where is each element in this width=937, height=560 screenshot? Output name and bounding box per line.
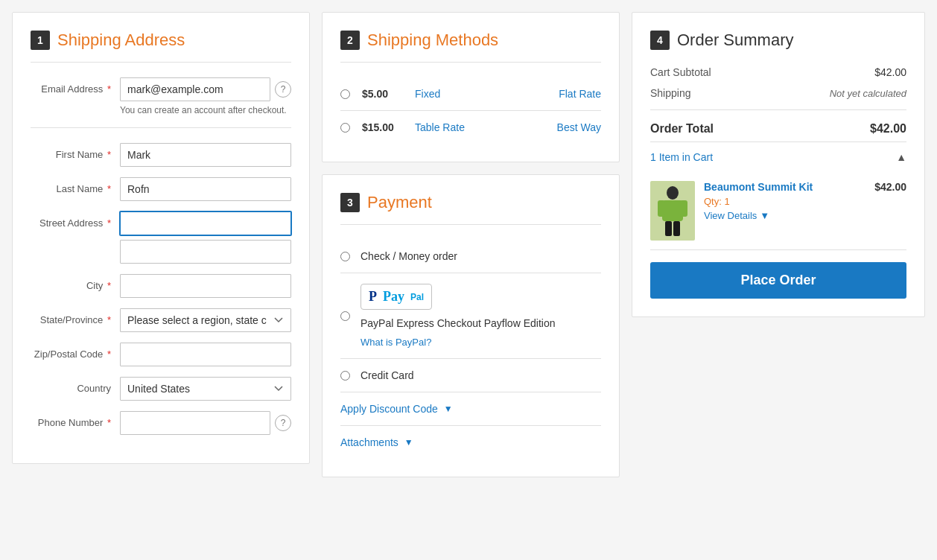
section-title-payment: Payment (367, 193, 432, 212)
payment-radio-check[interactable] (340, 252, 350, 261)
shipping-type-flat: Fixed (415, 88, 547, 100)
section-number-1: 1 (31, 31, 50, 50)
lastname-group: Last Name * (31, 177, 291, 201)
shipping-name-best: Best Way (557, 121, 601, 133)
svg-rect-5 (665, 221, 672, 236)
payment-divider (340, 224, 601, 225)
lastname-field-wrap (120, 177, 291, 201)
order-total-label: Order Total (650, 122, 714, 136)
shipping-methods-header: 2 Shipping Methods (340, 31, 601, 50)
shipping-price-best: $15.00 (362, 121, 403, 133)
paypal-icon-p2: Pay (383, 289, 404, 305)
state-group: State/Province * Please select a region,… (31, 308, 291, 332)
shipping-summary-label: Shipping (650, 87, 691, 99)
cart-subtotal-row: Cart Subtotal $42.00 (650, 62, 906, 83)
shipping-price-flat: $5.00 (362, 88, 403, 100)
email-label: Email Address * (31, 77, 120, 95)
payment-section: 3 Payment Check / Money order P Pay (322, 174, 620, 477)
lastname-input[interactable] (120, 177, 291, 201)
payment-label-credit: Credit Card (360, 369, 414, 381)
country-label: Country (31, 377, 120, 394)
paypal-icon-pal: Pal (410, 292, 424, 302)
city-field-wrap (120, 274, 291, 298)
street-input-2[interactable] (120, 240, 291, 264)
email-help-icon[interactable]: ? (275, 81, 291, 98)
section-title-order-summary: Order Summary (677, 31, 793, 50)
shipping-methods-divider (340, 62, 601, 63)
zip-input[interactable] (120, 343, 291, 366)
svg-rect-3 (658, 200, 665, 217)
svg-point-1 (667, 186, 679, 200)
shipping-option-best: $15.00 Table Rate Best Way (340, 111, 601, 144)
attachments-label: Attachments (340, 436, 398, 448)
email-required: * (107, 83, 111, 95)
payment-radio-credit[interactable] (340, 371, 350, 381)
zip-group: Zip/Postal Code * (31, 343, 291, 366)
phone-label: Phone Number * (31, 411, 120, 428)
state-label: State/Province * (31, 308, 120, 325)
street-label: Street Address * (31, 211, 120, 229)
item-image (650, 181, 695, 241)
place-order-button[interactable]: Place Order (650, 262, 906, 299)
payment-option-credit: Credit Card (340, 359, 601, 392)
state-field-wrap: Please select a region, state c Alabama … (120, 308, 291, 332)
street-group: Street Address * (31, 211, 291, 264)
order-total-value: $42.00 (870, 122, 906, 136)
street-field-wrap (120, 211, 291, 264)
firstname-label: First Name * (31, 143, 120, 160)
what-paypal-link[interactable]: What is PayPal? (360, 337, 431, 348)
payment-header: 3 Payment (340, 193, 601, 212)
firstname-field-wrap (120, 143, 291, 167)
view-details-toggle[interactable]: View Details ▼ (704, 210, 906, 221)
attachments-row[interactable]: Attachments ▼ (340, 426, 601, 459)
paypal-desc: PayPal Express Checkout Payflow Edition (360, 317, 555, 329)
city-label: City * (31, 274, 120, 291)
street-input-1[interactable] (120, 211, 291, 235)
svg-rect-6 (673, 221, 680, 236)
section-number-4: 4 (650, 31, 670, 50)
svg-rect-2 (662, 200, 683, 221)
firstname-input[interactable] (120, 143, 291, 167)
country-group: Country United States Canada United King… (31, 377, 291, 401)
item-price: $42.00 (874, 181, 906, 196)
shipping-name-flat: Flat Rate (559, 88, 601, 100)
svg-rect-4 (680, 200, 687, 217)
order-summary-header: 4 Order Summary (650, 31, 906, 50)
shipping-row: Shipping Not yet calculated (650, 83, 906, 104)
payment-option-paypal: P Pay Pal PayPal Express Checkout Payflo… (340, 273, 601, 359)
discount-row[interactable]: Apply Discount Code ▼ (340, 392, 601, 426)
cart-subtotal-label: Cart Subtotal (650, 66, 711, 78)
item-product-image (652, 182, 693, 239)
shipping-type-best: Table Rate (415, 121, 545, 133)
order-summary-section: 4 Order Summary Cart Subtotal $42.00 Shi… (632, 12, 925, 317)
item-name: Beaumont Summit Kit (704, 181, 813, 193)
view-details-chevron-icon: ▼ (760, 210, 769, 221)
email-field-wrap: ? You can create an account after checko… (120, 77, 291, 117)
form-divider (31, 127, 291, 128)
city-input[interactable] (120, 274, 291, 298)
section-title-shipping: Shipping Address (57, 31, 185, 50)
item-row-top: Beaumont Summit Kit $42.00 (704, 181, 906, 196)
payment-radio-paypal[interactable] (340, 311, 350, 321)
email-input[interactable] (120, 77, 270, 101)
paypal-row: P Pay Pal PayPal Express Checkout Payflo… (360, 284, 601, 348)
country-select[interactable]: United States Canada United Kingdom Aust… (120, 377, 291, 401)
cart-items-toggle[interactable]: 1 Item in Cart ▲ (650, 141, 906, 172)
order-total-row: Order Total $42.00 (650, 116, 906, 141)
email-group: Email Address * ? You can create an acco… (31, 77, 291, 117)
shipping-option-flat: $5.00 Fixed Flat Rate (340, 77, 601, 111)
shipping-radio-flat[interactable] (340, 89, 350, 99)
payment-label-check: Check / Money order (360, 250, 457, 262)
discount-label: Apply Discount Code (340, 403, 438, 415)
phone-input[interactable] (120, 411, 270, 435)
shipping-radio-best[interactable] (340, 123, 350, 133)
state-select[interactable]: Please select a region, state c Alabama … (120, 308, 291, 332)
shipping-not-calculated: Not yet calculated (830, 88, 906, 99)
payment-option-check: Check / Money order (340, 240, 601, 273)
cart-items-label: 1 Item in Cart (650, 151, 713, 163)
paypal-icon-p1: P (369, 289, 377, 305)
item-info: Beaumont Summit Kit $42.00 Qty: 1 View D… (704, 181, 906, 241)
phone-help-icon[interactable]: ? (275, 415, 291, 431)
country-field-wrap: United States Canada United Kingdom Aust… (120, 377, 291, 401)
zip-label: Zip/Postal Code * (31, 343, 120, 360)
